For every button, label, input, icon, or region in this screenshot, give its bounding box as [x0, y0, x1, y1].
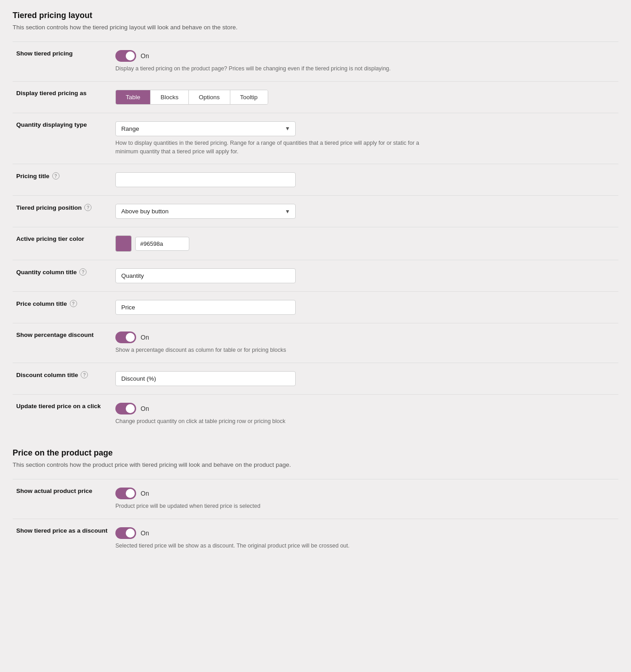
toggle-wrapper: On [115, 488, 615, 499]
price-col-help-icon[interactable]: ? [70, 300, 77, 307]
segmented-option-options[interactable]: Options [189, 90, 230, 104]
quantity-displaying-type-control: Range Static ▼ How to display quantities… [112, 113, 618, 164]
show-actual-price-row: Show actual product price On Product pri… [13, 479, 618, 519]
show-tiered-pricing-desc: Display a tiered pricing on the product … [115, 64, 440, 73]
display-as-row: Display tiered pricing as Table Blocks O… [13, 81, 618, 113]
label-with-help: Pricing title ? [16, 172, 108, 180]
toggle-thumb [126, 404, 135, 413]
toggle-wrapper: On [115, 403, 615, 414]
discount-column-title-row: Discount column title ? [13, 363, 618, 395]
quantity-displaying-type-label: Quantity displaying type [13, 113, 112, 164]
pricing-title-control [112, 164, 618, 196]
show-actual-price-toggle[interactable] [115, 488, 136, 499]
show-percentage-discount-control: On Show a percentage discount as column … [112, 323, 618, 363]
segmented-option-table[interactable]: Table [116, 90, 151, 104]
quantity-column-title-control [112, 260, 618, 292]
quantity-type-select-wrapper: Range Static ▼ [115, 121, 296, 136]
discount-column-title-label: Discount column title ? [13, 363, 112, 395]
quantity-column-title-label: Quantity column title ? [13, 260, 112, 292]
pricing-title-help-icon[interactable]: ? [52, 172, 59, 180]
show-tiered-pricing-row: Show tiered pricing On Display a tiered … [13, 42, 618, 82]
price-section-title: Price on the product page [13, 448, 618, 458]
position-select-wrapper: Above buy button Below buy button Above … [115, 204, 296, 219]
toggle-label: On [141, 52, 149, 60]
label-with-help: Tiered pricing position ? [16, 204, 108, 211]
tiered-pricing-position-label: Tiered pricing position ? [13, 196, 112, 227]
display-as-label: Display tiered pricing as [13, 81, 112, 113]
display-as-segmented: Table Blocks Options Tooltip [115, 90, 268, 105]
color-wrapper [115, 235, 615, 252]
section-title: Tiered pricing layout [13, 11, 618, 20]
toggle-thumb [126, 51, 135, 60]
show-tiered-as-discount-toggle[interactable] [115, 527, 136, 539]
toggle-wrapper: On [115, 527, 615, 539]
label-with-help: Price column title ? [16, 300, 108, 307]
section-divider [13, 434, 618, 448]
label-with-help: Discount column title ? [16, 371, 108, 378]
tiered-pricing-position-row: Tiered pricing position ? Above buy butt… [13, 196, 618, 227]
quantity-type-desc: How to display quantities in the tiered … [115, 139, 440, 156]
show-tiered-as-discount-desc: Selected tiered price will be show as a … [115, 542, 440, 550]
active-color-label: Active pricing tier color [13, 227, 112, 260]
show-tiered-pricing-control: On Display a tiered pricing on the produ… [112, 42, 618, 82]
active-color-control [112, 227, 618, 260]
discount-column-title-control [112, 363, 618, 395]
tiered-position-help-icon[interactable]: ? [84, 204, 91, 211]
update-tiered-price-toggle[interactable] [115, 403, 136, 414]
update-tiered-price-row: Update tiered price on a click On Change… [13, 395, 618, 434]
quantity-col-help-icon[interactable]: ? [79, 268, 87, 276]
quantity-column-title-row: Quantity column title ? [13, 260, 618, 292]
toggle-label: On [141, 405, 149, 412]
show-percentage-discount-label: Show percentage discount [13, 323, 112, 363]
position-select[interactable]: Above buy button Below buy button Above … [115, 204, 296, 219]
quantity-column-title-input[interactable] [115, 268, 296, 283]
discount-col-help-icon[interactable]: ? [81, 371, 88, 378]
show-actual-price-desc: Product price will be updated when tiere… [115, 502, 440, 511]
pricing-title-label: Pricing title ? [13, 164, 112, 196]
color-swatch[interactable] [115, 235, 132, 252]
settings-table: Show tiered pricing On Display a tiered … [13, 41, 618, 434]
segmented-option-blocks[interactable]: Blocks [151, 90, 189, 104]
toggle-wrapper: On [115, 50, 615, 62]
tiered-pricing-section: Tiered pricing layout This section contr… [13, 11, 618, 558]
show-actual-price-label: Show actual product price [13, 479, 112, 519]
show-tiered-as-discount-label: Show tiered price as a discount [13, 519, 112, 558]
update-tiered-price-desc: Change product quantity on click at tabl… [115, 417, 440, 426]
price-column-title-row: Price column title ? [13, 292, 618, 323]
section-description: This section controls how the tiered pri… [13, 24, 618, 31]
show-percentage-discount-row: Show percentage discount On Show a perce… [13, 323, 618, 363]
show-percentage-discount-toggle[interactable] [115, 331, 136, 343]
toggle-wrapper: On [115, 331, 615, 343]
price-product-page-section: Price on the product page This section c… [13, 448, 618, 558]
toggle-thumb [126, 529, 135, 538]
active-color-row: Active pricing tier color [13, 227, 618, 260]
show-tiered-as-discount-control: On Selected tiered price will be show as… [112, 519, 618, 558]
pricing-title-row: Pricing title ? [13, 164, 618, 196]
update-tiered-price-control: On Change product quantity on click at t… [112, 395, 618, 434]
toggle-label: On [141, 490, 149, 497]
update-tiered-price-label: Update tiered price on a click [13, 395, 112, 434]
price-column-title-label: Price column title ? [13, 292, 112, 323]
toggle-label: On [141, 334, 149, 341]
discount-column-title-input[interactable] [115, 371, 296, 386]
segmented-option-tooltip[interactable]: Tooltip [230, 90, 268, 104]
color-hex-input[interactable] [135, 237, 189, 251]
toggle-label: On [141, 529, 149, 537]
show-actual-price-control: On Product price will be updated when ti… [112, 479, 618, 519]
label-with-help: Quantity column title ? [16, 268, 108, 276]
price-settings-table: Show actual product price On Product pri… [13, 479, 618, 558]
toggle-thumb [126, 333, 135, 342]
show-tiered-pricing-label: Show tiered pricing [13, 42, 112, 82]
toggle-thumb [126, 489, 135, 498]
price-column-title-control [112, 292, 618, 323]
show-tiered-as-discount-row: Show tiered price as a discount On Selec… [13, 519, 618, 558]
pricing-title-input[interactable] [115, 172, 296, 187]
show-tiered-pricing-toggle[interactable] [115, 50, 136, 62]
price-column-title-input[interactable] [115, 300, 296, 315]
price-section-description: This section controls how the product pr… [13, 461, 618, 468]
quantity-displaying-type-row: Quantity displaying type Range Static ▼ … [13, 113, 618, 164]
tiered-pricing-position-control: Above buy button Below buy button Above … [112, 196, 618, 227]
show-percentage-discount-desc: Show a percentage discount as column for… [115, 346, 440, 354]
quantity-type-select[interactable]: Range Static [115, 121, 296, 136]
display-as-control: Table Blocks Options Tooltip [112, 81, 618, 113]
